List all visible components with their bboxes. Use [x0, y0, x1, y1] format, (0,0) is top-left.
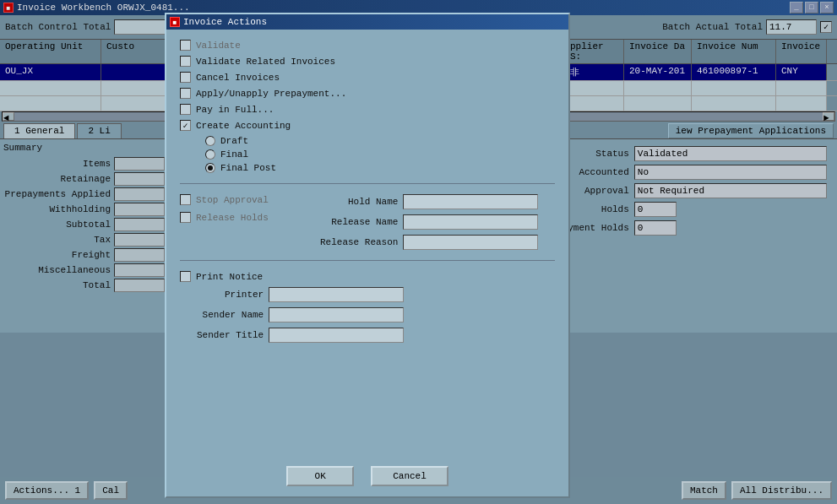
print-notice-label: Print Notice — [196, 272, 263, 282]
final-post-label: Final Post — [220, 163, 276, 173]
print-notice-row: Print Notice — [180, 271, 555, 282]
final-post-radio[interactable] — [205, 163, 215, 173]
separator-1 — [180, 183, 555, 184]
validate-label: Validate — [196, 41, 241, 51]
final-row: Final — [205, 149, 555, 160]
sender-name-label: Sender Name — [197, 310, 264, 320]
modal-titlebar: ■ Invoice Actions — [166, 14, 568, 30]
modal-body: Validate Validate Related Invoices Cance… — [166, 30, 568, 353]
apply-unapply-label: Apply/Unapply Prepayment... — [196, 89, 346, 99]
draft-label: Draft — [220, 136, 248, 146]
create-accounting-checkbox[interactable] — [180, 120, 191, 131]
pay-full-label: Pay in Full... — [196, 105, 274, 115]
apply-unapply-checkbox[interactable] — [180, 88, 191, 99]
bottom-section: Stop Approval Release Holds Hold Name Re… — [180, 194, 555, 250]
validate-related-row: Validate Related Invoices — [180, 56, 555, 67]
cancel-invoices-label: Cancel Invoices — [196, 73, 280, 83]
ok-button[interactable]: OK — [286, 466, 354, 486]
validate-row: Validate — [180, 40, 555, 51]
draft-row: Draft — [205, 136, 555, 146]
printer-input[interactable] — [269, 287, 404, 302]
hold-fields: Hold Name Release Name Release Reason — [320, 194, 555, 250]
separator-2 — [180, 260, 555, 261]
release-holds-checkbox[interactable] — [180, 212, 191, 223]
main-container: ■ Invoice Workbench ORWJX_0481... _ □ × … — [0, 0, 837, 504]
modal-title: Invoice Actions — [183, 17, 267, 27]
create-accounting-label: Create Accounting — [196, 121, 291, 131]
print-notice-checkbox[interactable] — [180, 271, 191, 282]
hold-name-label: Hold Name — [320, 197, 398, 207]
validate-checkbox[interactable] — [180, 40, 191, 51]
release-name-input[interactable] — [403, 214, 538, 230]
final-post-row: Final Post — [205, 163, 555, 173]
release-holds-label: Release Holds — [196, 213, 269, 223]
printer-label: Printer — [197, 290, 264, 300]
sender-name-input[interactable] — [269, 307, 404, 322]
hold-name-input[interactable] — [403, 194, 538, 209]
release-reason-input[interactable] — [403, 235, 538, 250]
pay-full-row: Pay in Full... — [180, 104, 555, 115]
create-accounting-row: Create Accounting — [180, 120, 555, 131]
sender-title-input[interactable] — [269, 328, 404, 343]
draft-radio[interactable] — [205, 136, 215, 146]
cancel-button[interactable]: Cancel — [371, 466, 448, 486]
release-name-label: Release Name — [320, 217, 398, 227]
modal-footer: OK Cancel — [166, 466, 568, 486]
final-label: Final — [220, 149, 248, 160]
sender-title-label: Sender Title — [197, 330, 264, 340]
apply-unapply-row: Apply/Unapply Prepayment... — [180, 88, 555, 99]
accounting-options: Draft Final Final Post — [180, 136, 555, 173]
modal-icon: ■ — [170, 17, 180, 27]
stop-approval-checkbox[interactable] — [180, 194, 191, 205]
left-checkboxes: Stop Approval Release Holds — [180, 194, 307, 223]
print-fields: Printer Sender Name Sender Title — [180, 287, 555, 343]
validate-related-checkbox[interactable] — [180, 56, 191, 67]
stop-approval-row: Stop Approval — [180, 194, 307, 205]
cancel-invoices-row: Cancel Invoices — [180, 72, 555, 83]
pay-full-checkbox[interactable] — [180, 104, 191, 115]
validate-related-label: Validate Related Invoices — [196, 57, 335, 67]
stop-approval-label: Stop Approval — [196, 195, 269, 205]
release-holds-row: Release Holds — [180, 212, 307, 223]
invoice-actions-dialog: ■ Invoice Actions Validate Validate Rela… — [165, 13, 570, 498]
final-radio[interactable] — [205, 149, 215, 160]
cancel-invoices-checkbox[interactable] — [180, 72, 191, 83]
release-reason-label: Release Reason — [320, 237, 398, 247]
